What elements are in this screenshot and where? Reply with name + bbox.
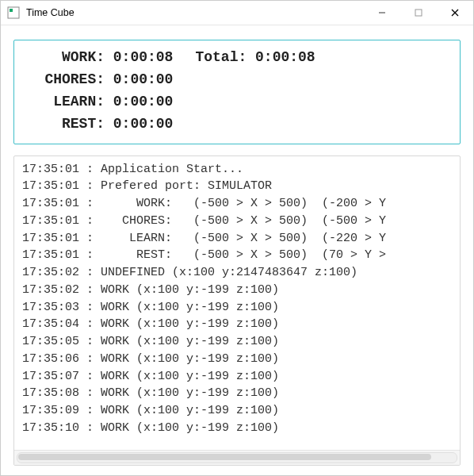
timer-label-learn: LEARN:	[25, 91, 105, 113]
minimize-button[interactable]	[364, 1, 400, 25]
horizontal-scrollbar[interactable]	[14, 450, 460, 465]
timer-row-rest: REST: 0:00:00	[25, 113, 449, 136]
svg-rect-3	[415, 10, 422, 16]
timer-label-work: WORK:	[25, 47, 105, 69]
timer-label-rest: REST:	[25, 113, 105, 136]
timer-value-work: 0:00:08	[113, 47, 174, 69]
timer-value-rest: 0:00:00	[113, 113, 174, 136]
scrollbar-track[interactable]	[17, 452, 457, 463]
log-content[interactable]: 17:35:01 : Application Start... 17:35:01…	[14, 156, 460, 450]
close-button[interactable]	[437, 1, 473, 25]
timer-row-work: WORK: 0:00:08 Total: 0:00:08	[25, 47, 449, 69]
timer-label-chores: CHORES:	[25, 69, 105, 91]
log-panel: 17:35:01 : Application Start... 17:35:01…	[13, 155, 461, 466]
window-controls	[364, 1, 473, 25]
timer-value-learn: 0:00:00	[113, 91, 174, 113]
titlebar[interactable]: Time Cube	[1, 1, 473, 25]
total-value: 0:00:08	[255, 47, 315, 69]
timer-row-chores: CHORES: 0:00:00	[25, 69, 449, 91]
window-title: Time Cube	[26, 7, 364, 18]
svg-rect-1	[10, 9, 13, 12]
timer-value-chores: 0:00:00	[113, 69, 174, 91]
timer-row-learn: LEARN: 0:00:00	[25, 91, 449, 113]
total-label: Total:	[195, 47, 247, 69]
client-area: WORK: 0:00:08 Total: 0:00:08 CHORES: 0:0…	[1, 25, 473, 475]
app-icon	[7, 6, 20, 19]
maximize-button[interactable]	[400, 1, 437, 25]
timer-panel: WORK: 0:00:08 Total: 0:00:08 CHORES: 0:0…	[13, 40, 461, 144]
scrollbar-thumb[interactable]	[18, 454, 431, 460]
app-window: Time Cube WORK: 0:00:08 Total:	[0, 0, 474, 476]
